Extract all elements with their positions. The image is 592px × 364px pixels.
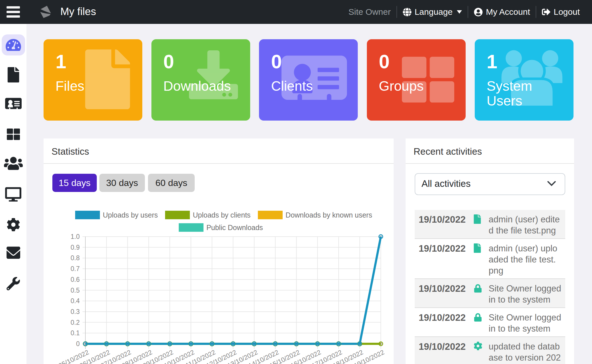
svg-text:0.3: 0.3 [71, 308, 80, 315]
svg-text:0.9: 0.9 [71, 244, 80, 251]
svg-text:0.1: 0.1 [71, 329, 80, 337]
svg-text:0.6: 0.6 [71, 276, 80, 283]
svg-text:0.8: 0.8 [71, 254, 80, 262]
svg-text:0.7: 0.7 [71, 265, 80, 272]
svg-text:0: 0 [76, 340, 80, 348]
svg-text:0.4: 0.4 [71, 297, 80, 305]
svg-text:0.5: 0.5 [71, 287, 80, 294]
svg-text:1.0: 1.0 [71, 233, 80, 240]
svg-text:0.2: 0.2 [71, 319, 80, 326]
